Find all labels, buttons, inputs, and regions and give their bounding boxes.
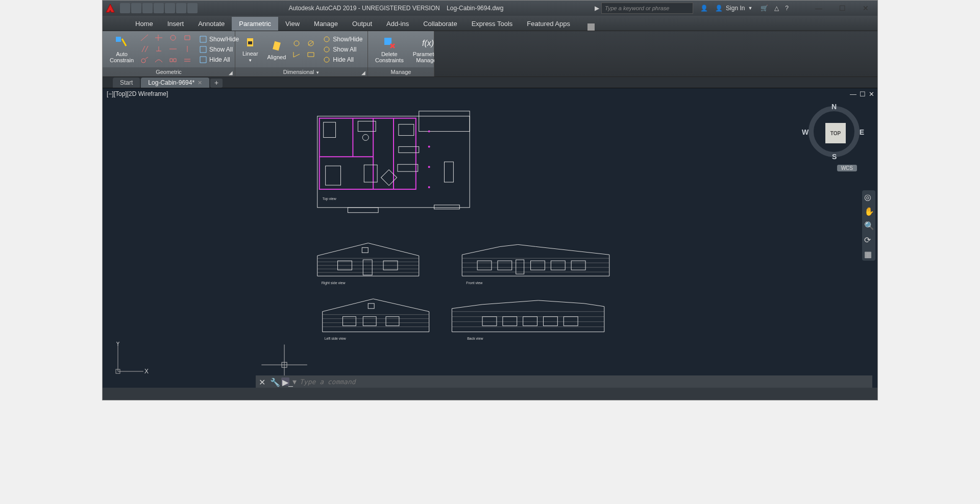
svg-line-24 xyxy=(308,41,313,45)
drawing-tab[interactable]: Log-Cabin-9694*✕ xyxy=(141,78,209,88)
smooth-icon[interactable] xyxy=(154,56,163,64)
coincident-icon[interactable] xyxy=(140,34,149,42)
maximize-button[interactable]: ☐ xyxy=(830,1,854,16)
svg-point-49 xyxy=(428,145,430,147)
svg-point-48 xyxy=(428,131,430,133)
svg-rect-21 xyxy=(273,41,281,51)
symmetric-icon[interactable] xyxy=(168,56,178,64)
geo-hideall-button[interactable]: Hide All xyxy=(197,55,241,64)
tab-home[interactable]: Home xyxy=(128,17,160,31)
svg-rect-62 xyxy=(362,247,368,253)
geo-showhide-button[interactable]: Show/Hide xyxy=(197,35,241,44)
dim-radial-icon[interactable] xyxy=(292,39,301,47)
geo-showall-button[interactable]: Show All xyxy=(197,45,241,54)
tab-addins[interactable]: Add-ins xyxy=(379,17,416,31)
svg-point-27 xyxy=(324,47,329,52)
linear-button[interactable]: Linear▼ xyxy=(239,34,261,65)
panel-geometric: Auto Constrain Show/Hi xyxy=(103,31,235,77)
search-run-icon[interactable]: ▶ xyxy=(593,5,601,12)
open-icon[interactable] xyxy=(131,3,141,13)
svg-rect-88 xyxy=(543,317,557,326)
svg-rect-53 xyxy=(434,205,460,209)
ucs-icon[interactable]: X Y xyxy=(113,342,149,377)
close-button[interactable]: ✕ xyxy=(854,1,877,16)
help-icon[interactable]: ? xyxy=(782,5,792,12)
sign-in-button[interactable]: 👤 Sign In ▼ xyxy=(710,5,757,12)
panel-toggle-icon[interactable] xyxy=(587,23,595,31)
tab-view[interactable]: View xyxy=(278,17,307,31)
auto-constrain-button[interactable]: Auto Constrain xyxy=(107,35,137,64)
minimize-button[interactable]: ― xyxy=(807,1,830,16)
app-icon[interactable]: △ xyxy=(771,5,782,12)
save-icon[interactable] xyxy=(142,3,153,13)
tab-output[interactable]: Output xyxy=(345,17,379,31)
svg-point-50 xyxy=(428,166,430,168)
svg-rect-45 xyxy=(326,166,341,185)
concentric-icon[interactable] xyxy=(168,34,178,42)
svg-rect-52 xyxy=(348,208,378,213)
svg-rect-32 xyxy=(419,111,470,132)
tab-annotate[interactable]: Annotate xyxy=(191,17,232,31)
dim-diameter-icon[interactable] xyxy=(306,39,315,47)
new-icon[interactable] xyxy=(120,3,130,13)
redo-icon[interactable] xyxy=(187,3,198,13)
saveas-icon[interactable] xyxy=(154,3,164,13)
chevron-down-icon: ▼ xyxy=(248,58,252,63)
svg-rect-25 xyxy=(308,53,314,57)
panel-expand-icon[interactable]: ◢ xyxy=(229,68,233,78)
undo-icon[interactable] xyxy=(176,3,186,13)
fix-icon[interactable] xyxy=(183,34,192,42)
equal-icon[interactable] xyxy=(183,56,192,64)
tangent-icon[interactable] xyxy=(140,56,149,64)
panel-dimensional: Linear▼ Aligned Show/Hide Show All Hide … xyxy=(235,31,368,77)
command-input[interactable] xyxy=(300,378,869,386)
label-left-view: Left side view xyxy=(325,337,347,340)
command-line[interactable]: ✕ 🔧 ▶_ ▾ xyxy=(256,375,872,388)
vertical-icon[interactable] xyxy=(183,45,192,53)
svg-text:f(x): f(x) xyxy=(422,39,434,47)
person-icon: 👤 xyxy=(715,5,723,12)
search-input[interactable]: Type a keyword or phrase xyxy=(601,3,693,14)
close-tab-icon[interactable]: ✕ xyxy=(198,80,202,86)
cmdline-config-icon[interactable]: 🔧 xyxy=(270,377,278,386)
dim-angular-icon[interactable] xyxy=(292,51,301,59)
dim-hideall-button[interactable]: Hide All xyxy=(321,55,364,64)
parallel-icon[interactable] xyxy=(140,45,149,53)
svg-line-6 xyxy=(142,46,145,52)
plot-icon[interactable] xyxy=(165,3,175,13)
dim-convert-icon[interactable] xyxy=(306,51,315,59)
autodesk-account-icon[interactable]: 👤 xyxy=(698,5,710,12)
aligned-button[interactable]: Aligned xyxy=(264,38,289,61)
svg-rect-77 xyxy=(342,317,356,326)
svg-rect-60 xyxy=(363,260,372,275)
tab-featured-apps[interactable]: Featured Apps xyxy=(520,17,577,31)
dim-showall-button[interactable]: Show All xyxy=(321,45,364,54)
svg-rect-80 xyxy=(368,304,374,309)
tab-parametric[interactable]: Parametric xyxy=(232,17,278,31)
svg-rect-16 xyxy=(200,36,206,42)
chevron-down-icon[interactable]: ▼ xyxy=(315,70,320,75)
drawing-viewport[interactable]: [−][Top][2D Wireframe] ― ☐ ✕ TOP N S E W… xyxy=(103,88,877,388)
panel-expand-icon[interactable]: ◢ xyxy=(361,68,365,78)
collinear-icon[interactable] xyxy=(154,34,163,42)
exchange-icon[interactable]: 🛒 xyxy=(757,5,771,12)
tab-insert[interactable]: Insert xyxy=(160,17,191,31)
svg-rect-43 xyxy=(398,164,418,171)
horizontal-icon[interactable] xyxy=(168,45,178,53)
svg-rect-89 xyxy=(564,317,578,326)
svg-rect-70 xyxy=(531,261,545,270)
perpendicular-icon[interactable] xyxy=(154,45,163,53)
delete-constraints-button[interactable]: Delete Constraints xyxy=(372,35,407,64)
add-tab-button[interactable]: + xyxy=(210,79,223,88)
tab-collaborate[interactable]: Collaborate xyxy=(416,17,464,31)
svg-rect-18 xyxy=(200,57,206,63)
app-logo[interactable] xyxy=(103,1,118,16)
label-top-view: Top view xyxy=(323,197,337,201)
drawing-canvas[interactable]: Top view Right side view xyxy=(103,88,877,388)
dim-showhide-button[interactable]: Show/Hide xyxy=(321,35,364,44)
tab-manage[interactable]: Manage xyxy=(307,17,345,31)
start-tab[interactable]: Start xyxy=(113,78,140,88)
cmdline-prompt-icon[interactable]: ▶_ xyxy=(281,377,289,386)
tab-express-tools[interactable]: Express Tools xyxy=(464,17,520,31)
cmdline-close-icon[interactable]: ✕ xyxy=(259,377,267,386)
